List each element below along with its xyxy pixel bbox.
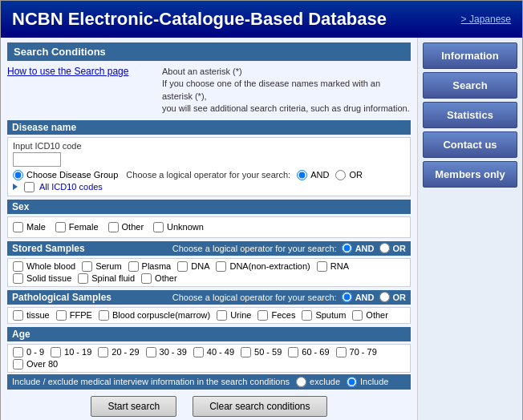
- stored-samples-header: Stored Samples Choose a logical operator…: [7, 241, 411, 256]
- sidebar-information-button[interactable]: Information: [423, 42, 517, 69]
- age-0-9[interactable]: 0 - 9: [13, 347, 44, 357]
- include-radio-label[interactable]: Include: [347, 377, 388, 387]
- sex-other[interactable]: Other: [108, 222, 144, 232]
- and-radio-pathological[interactable]: AND: [342, 292, 375, 302]
- age-50-59[interactable]: 50 - 59: [241, 347, 282, 357]
- choose-disease-group-radio[interactable]: [13, 170, 23, 180]
- sex-header: Sex: [7, 200, 411, 214]
- path-tissue[interactable]: tissue: [13, 310, 50, 321]
- stored-dna-nonextraction[interactable]: DNA(non-extraction): [216, 261, 310, 272]
- page-title: NCBN Electronic-Catalogue-Based Database: [12, 9, 387, 30]
- include-radio[interactable]: [347, 377, 357, 387]
- path-other[interactable]: Other: [352, 310, 388, 321]
- right-sidebar: Information Search Statistics Contact us…: [418, 38, 522, 420]
- or-radio-stored[interactable]: OR: [379, 243, 407, 253]
- stored-spinal-fluid[interactable]: Spinal fluid: [78, 273, 135, 284]
- info-row: How to use the Search page About an aste…: [7, 66, 411, 115]
- sex-body: Male Female Other Unknown: [7, 216, 411, 238]
- sex-unknown[interactable]: Unknown: [153, 222, 204, 232]
- and-radio-disease[interactable]: AND: [297, 170, 329, 180]
- stored-dna[interactable]: DNA: [177, 261, 209, 272]
- age-60-69[interactable]: 60 - 69: [288, 347, 329, 357]
- age-10-19[interactable]: 10 - 19: [51, 347, 91, 357]
- exclude-radio[interactable]: [296, 377, 306, 387]
- arrow-icon: [13, 184, 18, 190]
- pathological-samples-logic: Choose a logical operator for your searc…: [172, 292, 406, 302]
- sex-options-row: Male Female Other Unknown: [13, 220, 405, 234]
- stored-samples-body: Whole blood Serum Plasma DNA DNA(non-ext…: [7, 258, 411, 287]
- sidebar-statistics-button[interactable]: Statistics: [423, 102, 517, 128]
- path-urine[interactable]: Urine: [217, 310, 251, 321]
- sidebar-search-button[interactable]: Search: [423, 72, 517, 99]
- choose-disease-group-label[interactable]: Choose Disease Group: [13, 170, 118, 180]
- path-ffpe[interactable]: FFPE: [56, 310, 92, 321]
- path-sputum[interactable]: Sputum: [302, 310, 346, 321]
- icd10-input[interactable]: [13, 152, 61, 167]
- include-exclude-body: Include / exclude medical interview info…: [7, 374, 411, 390]
- icd10-label: Input ICD10 code: [13, 141, 405, 151]
- stored-serum[interactable]: Serum: [82, 261, 121, 272]
- start-search-button[interactable]: Start search: [91, 396, 176, 417]
- exclude-radio-label[interactable]: exclude: [296, 377, 340, 387]
- logical-op-disease: Choose a logical operator for your searc…: [126, 170, 363, 180]
- main-layout: Search Conditions How to use the Search …: [1, 38, 522, 420]
- age-40-49[interactable]: 40 - 49: [193, 347, 234, 357]
- stored-rna[interactable]: RNA: [317, 261, 349, 272]
- age-header: Age: [7, 327, 411, 341]
- pathological-samples-body: tissue FFPE Blood corpuscle(marrow) Urin…: [7, 307, 411, 324]
- asterisk-note: About an asterisk (*) If you choose one …: [162, 66, 411, 115]
- or-radio-disease[interactable]: OR: [335, 170, 363, 180]
- stored-other[interactable]: Other: [141, 273, 177, 284]
- path-blood-corpuscle[interactable]: Blood corpuscle(marrow): [99, 310, 210, 321]
- age-body: 0 - 9 10 - 19 20 - 29 30 - 39 40 - 49 50…: [7, 344, 411, 373]
- pathological-samples-header: Pathological Samples Choose a logical op…: [7, 290, 411, 305]
- stored-solid-tissue[interactable]: Solid tissue: [13, 273, 71, 284]
- disease-name-header: Disease name: [7, 120, 411, 135]
- sex-male[interactable]: Male: [13, 222, 46, 232]
- all-icd-checkbox[interactable]: [24, 182, 34, 192]
- button-row: Start search Clear search conditions: [7, 396, 411, 417]
- all-icd-row[interactable]: All ICD10 codes: [13, 182, 405, 192]
- stored-samples-logic: Choose a logical operator for your searc…: [172, 243, 406, 253]
- disease-name-body: Input ICD10 code Choose Disease Group Ch…: [7, 137, 411, 196]
- sidebar-members-only-button[interactable]: Members only: [423, 161, 517, 188]
- how-to-link[interactable]: How to use the Search page: [7, 66, 128, 77]
- left-panel: Search Conditions How to use the Search …: [1, 38, 418, 420]
- search-conditions-title: Search Conditions: [7, 42, 411, 61]
- age-20-29[interactable]: 20 - 29: [98, 347, 139, 357]
- age-30-39[interactable]: 30 - 39: [146, 347, 187, 357]
- stored-plasma[interactable]: Plasma: [128, 261, 172, 272]
- clear-search-button[interactable]: Clear search conditions: [193, 396, 326, 417]
- language-link[interactable]: > Japanese: [461, 14, 511, 25]
- path-feces[interactable]: Feces: [257, 310, 295, 321]
- header: NCBN Electronic-Catalogue-Based Database…: [1, 1, 522, 38]
- sex-female[interactable]: Female: [55, 222, 99, 232]
- or-radio-pathological[interactable]: OR: [379, 292, 407, 302]
- stored-whole-blood[interactable]: Whole blood: [13, 261, 75, 272]
- sidebar-contact-button[interactable]: Contact us: [423, 131, 517, 158]
- and-radio-stored[interactable]: AND: [342, 243, 375, 253]
- disease-group-row: Choose Disease Group Choose a logical op…: [13, 170, 405, 180]
- age-70-79[interactable]: 70 - 79: [336, 347, 377, 357]
- age-over-80[interactable]: Over 80: [13, 359, 58, 370]
